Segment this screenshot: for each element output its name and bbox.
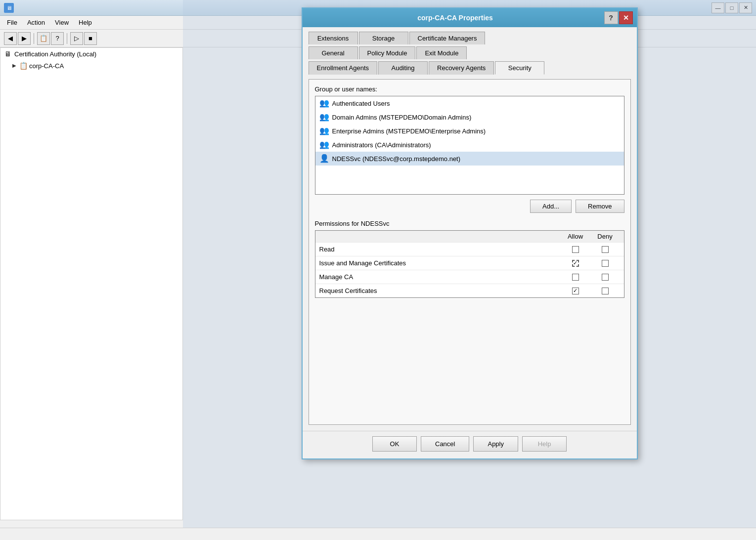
perm-header-deny: Deny — [590, 233, 620, 240]
user-item-enterprise-admins[interactable]: 👥 Enterprise Admins (MSTEPDEMO\Enterpris… — [315, 124, 624, 138]
administrators-label: Administrators (CA\Administrators) — [332, 141, 431, 149]
toolbar-separator-2 — [67, 33, 67, 44]
play-button[interactable]: ▷ — [70, 32, 83, 45]
perm-read-allow-check[interactable] — [561, 246, 590, 253]
back-button[interactable]: ◀ — [4, 32, 17, 45]
perm-issue-deny-check[interactable] — [590, 260, 620, 267]
dialog-overlay: corp-CA-CA Properties ? ✕ Extensions Sto… — [183, 0, 756, 540]
ndesssvc-label: NDESSvc (NDESSvc@corp.mstepdemo.net) — [332, 155, 461, 163]
enterprise-admins-label: Enterprise Admins (MSTEPDEMO\Enterprise … — [332, 127, 486, 135]
tab-row-3: Enrollment Agents Auditing Recovery Agen… — [309, 61, 631, 74]
certification-authority-icon: 🖥 — [4, 50, 12, 58]
stop-button[interactable]: ■ — [84, 32, 97, 45]
user-list[interactable]: 👥 Authenticated Users 👥 Domain Admins (M… — [315, 96, 624, 195]
toolbar-separator — [34, 33, 34, 44]
help-button: Help — [522, 436, 567, 452]
tab-storage[interactable]: Storage — [359, 32, 408, 44]
perm-header-allow: Allow — [561, 233, 590, 240]
tab-row-1: Extensions Storage Certificate Managers — [309, 31, 631, 44]
ndesssvc-icon: 👤 — [319, 154, 329, 164]
tab-strip: Extensions Storage Certificate Managers … — [309, 31, 631, 75]
domain-admins-icon: 👥 — [319, 112, 329, 122]
menu-file[interactable]: File — [2, 17, 22, 28]
dialog-footer: OK Cancel Apply Help — [303, 431, 637, 458]
tab-row-2: General Policy Module Exit Module — [309, 46, 631, 59]
tab-recovery-agents[interactable]: Recovery Agents — [429, 61, 494, 75]
ok-button[interactable]: OK — [372, 436, 417, 452]
perm-read-allow-checkbox[interactable] — [572, 246, 579, 253]
tab-enrollment-agents[interactable]: Enrollment Agents — [309, 61, 378, 75]
user-item-authenticated[interactable]: 👥 Authenticated Users — [315, 96, 624, 110]
menu-view[interactable]: View — [50, 17, 74, 28]
dialog-titlebar: corp-CA-CA Properties ? ✕ — [303, 8, 637, 27]
tab-exit-module[interactable]: Exit Module — [416, 46, 467, 59]
tree-item-corp-ca-ca[interactable]: ▶ 📋 corp-CA-CA — [0, 60, 182, 72]
perm-row-request: Request Certificates ✓ — [315, 284, 624, 297]
enterprise-admins-icon: 👥 — [319, 126, 329, 136]
dialog-titlebar-controls: ? ✕ — [604, 11, 633, 24]
statusbar — [0, 528, 756, 540]
user-item-ndesssvc[interactable]: 👤 NDESSvc (NDESSvc@corp.mstepdemo.net) — [315, 152, 624, 166]
menu-help[interactable]: Help — [74, 17, 97, 28]
cancel-button[interactable]: Cancel — [421, 436, 469, 452]
perm-read-deny-checkbox[interactable] — [602, 246, 609, 253]
left-panel: 🖥 Certification Authority (Local) ▶ 📋 co… — [0, 47, 183, 520]
perm-issue-allow-check[interactable]: ✓ — [561, 260, 590, 267]
dialog-content: Extensions Storage Certificate Managers … — [303, 27, 637, 431]
menu-action[interactable]: Action — [22, 17, 50, 28]
perm-manage-ca-allow-checkbox[interactable] — [572, 274, 579, 281]
app-icon: 🖥 — [4, 3, 14, 13]
perm-read-label: Read — [319, 246, 561, 253]
permissions-label: Permissions for NDESSvc — [315, 220, 624, 227]
perm-issue-label: Issue and Manage Certificates — [319, 259, 561, 267]
authenticated-users-icon: 👥 — [319, 98, 329, 108]
corp-ca-label: corp-CA-CA — [29, 62, 64, 70]
perm-manage-ca-deny-check[interactable] — [590, 274, 620, 281]
dialog-close-button[interactable]: ✕ — [619, 11, 633, 24]
tab-auditing[interactable]: Auditing — [378, 61, 428, 75]
perm-issue-deny-checkbox[interactable] — [602, 260, 609, 267]
domain-admins-label: Domain Admins (MSTEPDEMO\Domain Admins) — [332, 114, 472, 121]
help-toolbar-button[interactable]: ? — [51, 32, 64, 45]
perm-header-name — [319, 233, 561, 240]
tab-security[interactable]: Security — [495, 61, 544, 75]
user-item-domain-admins[interactable]: 👥 Domain Admins (MSTEPDEMO\Domain Admins… — [315, 110, 624, 124]
perm-request-label: Request Certificates — [319, 287, 561, 294]
tab-content-security: Group or user names: 👥 Authenticated Use… — [309, 79, 631, 425]
dialog-help-button[interactable]: ? — [604, 11, 618, 24]
forward-button[interactable]: ▶ — [18, 32, 31, 45]
group-label: Group or user names: — [315, 85, 624, 93]
ca-icon: 📋 — [19, 62, 27, 70]
tab-general[interactable]: General — [309, 46, 358, 59]
perm-manage-ca-label: Manage CA — [319, 273, 561, 281]
authenticated-users-label: Authenticated Users — [332, 100, 390, 107]
properties-dialog: corp-CA-CA Properties ? ✕ Extensions Sto… — [302, 7, 638, 459]
administrators-icon: 👥 — [319, 140, 329, 150]
certification-authority-label: Certification Authority (Local) — [14, 50, 96, 58]
main-window: 🖥 — □ ✕ File Action View Help ◀ ▶ 📋 ? ▷ … — [0, 0, 756, 540]
user-item-administrators[interactable]: 👥 Administrators (CA\Administrators) — [315, 138, 624, 152]
permissions-header: Allow Deny — [315, 231, 624, 242]
perm-manage-ca-allow-check[interactable] — [561, 274, 590, 281]
perm-read-deny-check[interactable] — [590, 246, 620, 253]
dialog-title: corp-CA-CA Properties — [307, 14, 604, 22]
perm-request-allow-check[interactable]: ✓ — [561, 288, 590, 294]
copy-button[interactable]: 📋 — [37, 32, 50, 45]
tree-item-certification-authority[interactable]: 🖥 Certification Authority (Local) — [0, 48, 182, 60]
remove-button[interactable]: Remove — [576, 200, 624, 213]
perm-request-deny-check[interactable] — [590, 288, 620, 294]
user-btn-row: Add... Remove — [315, 200, 624, 213]
perm-request-allow-checkbox[interactable]: ✓ — [572, 288, 579, 294]
perm-request-deny-checkbox[interactable] — [602, 288, 609, 294]
perm-issue-allow-checkbox[interactable]: ✓ — [572, 260, 579, 267]
perm-row-manage-ca: Manage CA — [315, 270, 624, 284]
apply-button[interactable]: Apply — [473, 436, 518, 452]
add-button[interactable]: Add... — [530, 200, 572, 213]
perm-manage-ca-deny-checkbox[interactable] — [602, 274, 609, 281]
tab-policy-module[interactable]: Policy Module — [359, 46, 416, 59]
permissions-table: Allow Deny Read — [315, 230, 624, 298]
perm-row-issue: Issue and Manage Certificates ✓ — [315, 256, 624, 270]
tab-extensions[interactable]: Extensions — [309, 32, 358, 44]
perm-row-read: Read — [315, 242, 624, 256]
tab-certificate-managers[interactable]: Certificate Managers — [409, 32, 486, 44]
